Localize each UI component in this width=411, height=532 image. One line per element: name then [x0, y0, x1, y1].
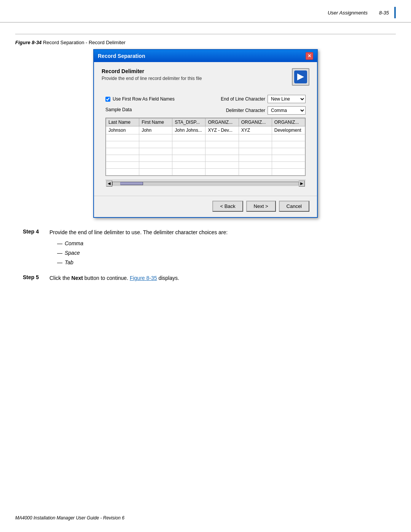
col-organiz3: ORGANIZ... [272, 118, 305, 126]
divider [15, 34, 396, 34]
bullet-space: —Space [57, 249, 228, 257]
dialog-close-button[interactable]: ✕ [306, 52, 313, 60]
dialog-window: Record Separation ✕ Record Delimiter Pro… [93, 49, 318, 218]
cell-organiz3: Development [272, 126, 305, 134]
table-row: Johnson John John Johns... XYZ - Dev... … [106, 126, 305, 134]
eol-field-group: End of Line Character New Line [221, 95, 306, 103]
empty-row-5 [106, 162, 305, 169]
form-row-2: Sample Data Delimiter Character Comma [105, 106, 306, 115]
cell-lastname: Johnson [106, 126, 139, 134]
figure-caption: Figure 8-34 Record Separation - Record D… [15, 40, 396, 45]
step-4-instruction: Provide the end of line delimiter to use… [49, 229, 228, 235]
wizard-icon [292, 68, 309, 86]
empty-row-6 [106, 169, 305, 176]
col-sta-disp: STA_DISP... [172, 118, 206, 126]
bullet-tab-text: Tab [65, 259, 73, 267]
table-body: Johnson John John Johns... XYZ - Dev... … [106, 126, 305, 176]
footer-text: MA4000 Installation Manager User Guide -… [15, 515, 124, 521]
cell-organiz1: XYZ - Dev... [206, 126, 239, 134]
eol-label: End of Line Character [221, 96, 265, 102]
step-5-before: Click the [49, 275, 72, 281]
scroll-right-arrow[interactable]: ▶ [299, 181, 305, 187]
step-section: Step 4 Provide the end of line delimiter… [15, 228, 396, 282]
data-table: Last Name First Name STA_DISP... ORGANIZ… [106, 118, 305, 176]
scroll-thumb[interactable] [120, 182, 143, 185]
bullet-space-text: Space [65, 249, 80, 257]
step-5-after: displays. [157, 275, 179, 281]
back-button[interactable]: < Back [212, 201, 243, 212]
cancel-button[interactable]: Cancel [279, 201, 309, 212]
data-table-container: Last Name First Name STA_DISP... ORGANIZ… [105, 118, 306, 176]
bullet-comma: —Comma [57, 240, 228, 248]
header-accent-bar [394, 7, 396, 18]
step-5-label: Step 5 [23, 274, 49, 280]
col-organiz2: ORGANIZ... [239, 118, 272, 126]
wizard-header-text: Record Delimiter Provide the end of line… [102, 68, 202, 81]
sample-data-label: Sample Data [105, 107, 132, 112]
step-4-row: Step 4 Provide the end of line delimiter… [23, 228, 396, 268]
cell-firstname: John [139, 126, 172, 134]
first-row-checkbox[interactable] [105, 97, 110, 102]
cell-sta-disp: John Johns... [172, 126, 206, 134]
empty-row-2 [106, 141, 305, 148]
delim-dropdown[interactable]: Comma [268, 106, 306, 115]
step-5-middle: button to continue. [83, 275, 130, 281]
form-row-1: Use First Row As Field Names End of Line… [105, 95, 306, 103]
scroll-left-arrow[interactable]: ◀ [106, 181, 112, 187]
header-title: User Assignments [328, 10, 368, 16]
checkbox-text: Use First Row As Field Names [113, 96, 175, 102]
delim-label: Delimiter Character [226, 108, 265, 113]
col-organiz1: ORGANIZ... [206, 118, 239, 126]
empty-row-1 [106, 134, 305, 141]
dialog-title: Record Separation [98, 53, 145, 59]
step-4-text: Provide the end of line delimiter to use… [49, 228, 228, 268]
cell-organiz2: XYZ [239, 126, 272, 134]
page-content: Figure 8-34 Record Separation - Record D… [0, 22, 411, 304]
checkbox-label[interactable]: Use First Row As Field Names [105, 96, 221, 102]
step-5-bold: Next [72, 275, 83, 281]
horizontal-scrollbar[interactable]: ◀ ▶ [105, 180, 306, 187]
bullet-tab: —Tab [57, 259, 228, 267]
figure-caption-bold: Figure 8-34 [15, 40, 41, 45]
col-firstname: First Name [139, 118, 172, 126]
wizard-subtext: Provide the end of line record delimiter… [102, 76, 202, 81]
col-lastname: Last Name [106, 118, 139, 126]
table-header-row: Last Name First Name STA_DISP... ORGANIZ… [106, 118, 305, 126]
empty-row-3 [106, 148, 305, 155]
table-header: Last Name First Name STA_DISP... ORGANIZ… [106, 118, 305, 126]
page-footer: MA4000 Installation Manager User Guide -… [15, 515, 124, 521]
delim-field-group: Delimiter Character Comma [226, 106, 306, 115]
eol-dropdown[interactable]: New Line [268, 95, 306, 103]
dialog-body: Record Delimiter Provide the end of line… [94, 62, 317, 196]
next-button[interactable]: Next > [246, 201, 276, 212]
bullet-list: —Comma —Space —Tab [57, 240, 228, 267]
figure-caption-text: Record Separation - Record Delimiter [41, 40, 125, 45]
form-area: Use First Row As Field Names End of Line… [102, 92, 309, 190]
wizard-icon-svg [293, 70, 308, 84]
dialog-titlebar: Record Separation ✕ [94, 50, 317, 62]
step-4-label: Step 4 [23, 228, 49, 235]
page-header: User Assignments 8-35 [0, 0, 411, 22]
empty-row-4 [106, 155, 305, 162]
header-page-number: 8-35 [379, 10, 389, 16]
wizard-header: Record Delimiter Provide the end of line… [102, 68, 309, 86]
bullet-comma-text: Comma [65, 240, 83, 248]
scroll-track[interactable] [112, 182, 299, 185]
figure-link[interactable]: Figure 8-35 [130, 275, 157, 281]
step-5-text: Click the Next button to continue. Figur… [49, 274, 179, 282]
wizard-heading: Record Delimiter [102, 68, 202, 74]
step-5-row: Step 5 Click the Next button to continue… [23, 274, 396, 282]
dialog-footer: < Back Next > Cancel [94, 196, 317, 217]
